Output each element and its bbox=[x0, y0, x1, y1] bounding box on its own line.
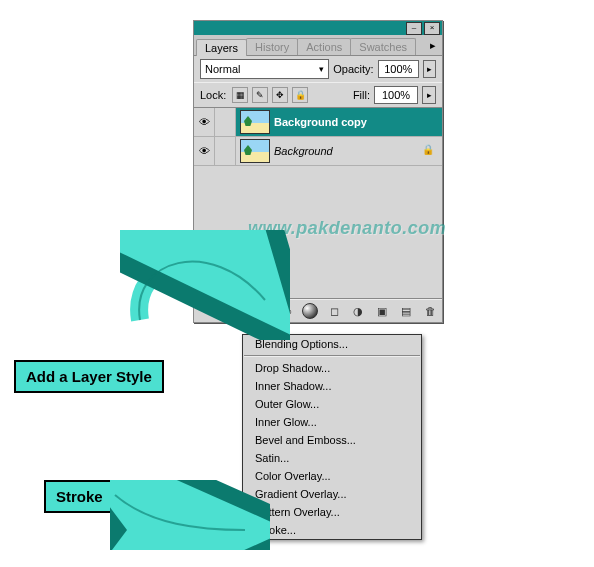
opacity-flyout-button[interactable]: ▸ bbox=[423, 60, 436, 78]
arrow-to-stroke-icon bbox=[110, 480, 270, 550]
lock-transparent-icon[interactable]: ▦ bbox=[232, 87, 248, 103]
lock-label: Lock: bbox=[200, 89, 226, 101]
panel-titlebar: – × bbox=[194, 21, 442, 35]
tab-layers[interactable]: Layers bbox=[196, 39, 247, 56]
callout-add-layer-style: Add a Layer Style bbox=[14, 360, 164, 393]
menu-bevel-emboss[interactable]: Bevel and Emboss... bbox=[243, 431, 421, 449]
adjustment-layer-icon[interactable]: ◑ bbox=[350, 304, 366, 318]
fill-flyout-button[interactable]: ▸ bbox=[422, 86, 436, 104]
menu-satin[interactable]: Satin... bbox=[243, 449, 421, 467]
layer-row[interactable]: 👁 Background copy bbox=[194, 108, 442, 137]
menu-outer-glow[interactable]: Outer Glow... bbox=[243, 395, 421, 413]
layer-row[interactable]: 👁 Background 🔒 bbox=[194, 137, 442, 166]
eye-icon: 👁 bbox=[199, 116, 210, 128]
blend-row: Normal ▾ Opacity: 100% ▸ bbox=[194, 56, 442, 82]
layer-name[interactable]: Background copy bbox=[274, 116, 442, 128]
delete-layer-icon[interactable]: 🗑 bbox=[422, 304, 438, 318]
add-mask-icon[interactable]: ◻ bbox=[326, 304, 342, 318]
blend-mode-select[interactable]: Normal ▾ bbox=[200, 59, 329, 79]
panel-tabs: Layers History Actions Swatches ▸ bbox=[194, 35, 442, 56]
minimize-button[interactable]: – bbox=[406, 22, 422, 35]
blend-mode-value: Normal bbox=[205, 63, 240, 75]
lock-position-icon[interactable]: ✥ bbox=[272, 87, 288, 103]
link-col[interactable] bbox=[215, 108, 236, 136]
arrow-to-fx-icon bbox=[120, 230, 290, 340]
lock-row: Lock: ▦ ✎ ✥ 🔒 Fill: 100% ▸ bbox=[194, 82, 442, 108]
tab-actions[interactable]: Actions bbox=[297, 38, 351, 55]
layer-thumbnail[interactable] bbox=[240, 139, 270, 163]
tab-history[interactable]: History bbox=[246, 38, 298, 55]
link-col[interactable] bbox=[215, 137, 236, 165]
menu-drop-shadow[interactable]: Drop Shadow... bbox=[243, 359, 421, 377]
callout-stroke: Stroke bbox=[44, 480, 115, 513]
visibility-toggle[interactable]: 👁 bbox=[194, 108, 215, 136]
fill-label: Fill: bbox=[353, 89, 370, 101]
lock-icon: 🔒 bbox=[422, 144, 436, 158]
panel-menu-arrow-icon[interactable]: ▸ bbox=[430, 39, 438, 47]
menu-inner-shadow[interactable]: Inner Shadow... bbox=[243, 377, 421, 395]
new-layer-icon[interactable]: ▤ bbox=[398, 304, 414, 318]
add-layer-style-icon[interactable] bbox=[302, 303, 318, 319]
layer-name[interactable]: Background bbox=[274, 145, 422, 157]
menu-inner-glow[interactable]: Inner Glow... bbox=[243, 413, 421, 431]
lock-all-icon[interactable]: 🔒 bbox=[292, 87, 308, 103]
fill-input[interactable]: 100% bbox=[374, 86, 418, 104]
chevron-down-icon: ▾ bbox=[319, 64, 324, 74]
layer-thumbnail[interactable] bbox=[240, 110, 270, 134]
visibility-toggle[interactable]: 👁 bbox=[194, 137, 215, 165]
opacity-input[interactable]: 100% bbox=[378, 60, 419, 78]
lock-pixels-icon[interactable]: ✎ bbox=[252, 87, 268, 103]
menu-separator bbox=[244, 355, 420, 357]
opacity-label: Opacity: bbox=[333, 63, 373, 75]
eye-icon: 👁 bbox=[199, 145, 210, 157]
lock-icons-group: ▦ ✎ ✥ 🔒 bbox=[232, 87, 308, 103]
tab-swatches[interactable]: Swatches bbox=[350, 38, 416, 55]
new-group-icon[interactable]: ▣ bbox=[374, 304, 390, 318]
close-button[interactable]: × bbox=[424, 22, 440, 35]
